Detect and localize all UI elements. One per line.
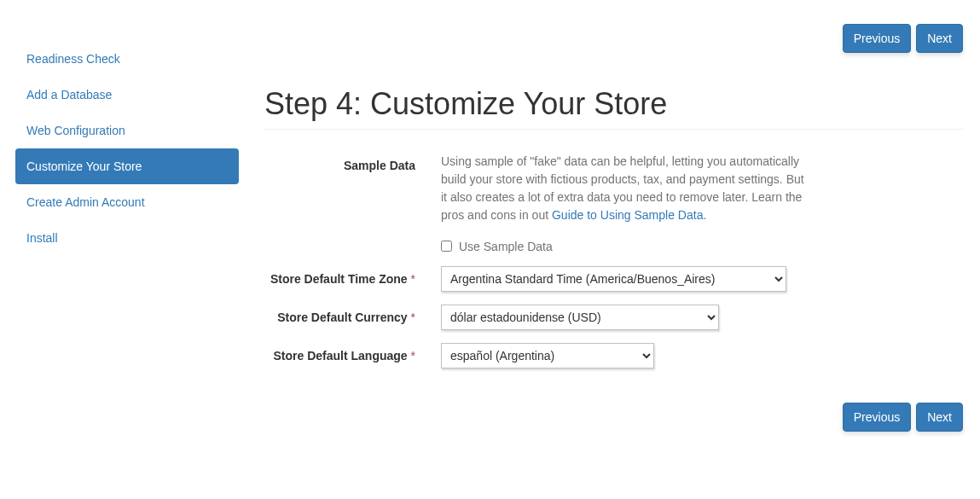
sidebar-item-customize-store[interactable]: Customize Your Store bbox=[15, 148, 239, 184]
timezone-row: Store Default Time Zone * Argentina Stan… bbox=[264, 266, 963, 292]
required-indicator: * bbox=[411, 272, 415, 286]
previous-button[interactable]: Previous bbox=[843, 24, 911, 53]
sidebar-item-web-configuration[interactable]: Web Configuration bbox=[15, 113, 239, 148]
page-title: Step 4: Customize Your Store bbox=[264, 87, 963, 130]
guide-link[interactable]: Guide to Using Sample Data bbox=[552, 208, 703, 222]
top-button-row: Previous Next bbox=[264, 24, 963, 53]
customize-form: Sample Data Using sample of "fake" data … bbox=[264, 137, 963, 368]
sidebar: Readiness Check Add a Database Web Confi… bbox=[0, 0, 239, 449]
next-button[interactable]: Next bbox=[916, 24, 963, 53]
language-label: Store Default Language * bbox=[264, 343, 428, 368]
required-indicator: * bbox=[411, 310, 415, 324]
previous-button-bottom[interactable]: Previous bbox=[843, 403, 911, 432]
currency-row: Store Default Currency * dólar estadouni… bbox=[264, 305, 963, 330]
bottom-button-row: Previous Next bbox=[264, 403, 963, 432]
sidebar-item-create-admin[interactable]: Create Admin Account bbox=[15, 184, 239, 220]
sample-data-row: Sample Data Using sample of "fake" data … bbox=[264, 153, 963, 253]
timezone-select[interactable]: Argentina Standard Time (America/Buenos_… bbox=[441, 266, 786, 292]
language-row: Store Default Language * español (Argent… bbox=[264, 343, 963, 368]
main-content: Previous Next Step 4: Customize Your Sto… bbox=[239, 0, 980, 449]
use-sample-data-label: Use Sample Data bbox=[459, 240, 553, 253]
timezone-label: Store Default Time Zone * bbox=[264, 266, 428, 292]
sample-data-label: Sample Data bbox=[264, 153, 428, 178]
sidebar-item-readiness-check[interactable]: Readiness Check bbox=[15, 41, 239, 77]
language-select[interactable]: español (Argentina) bbox=[441, 343, 654, 368]
sidebar-item-install[interactable]: Install bbox=[15, 220, 239, 256]
sidebar-item-add-database[interactable]: Add a Database bbox=[15, 77, 239, 113]
currency-label: Store Default Currency * bbox=[264, 305, 428, 330]
currency-select[interactable]: dólar estadounidense (USD) bbox=[441, 305, 719, 330]
next-button-bottom[interactable]: Next bbox=[916, 403, 963, 432]
sample-data-help-text: Using sample of "fake" data can be helpf… bbox=[441, 153, 808, 224]
use-sample-data-checkbox[interactable] bbox=[441, 241, 452, 252]
required-indicator: * bbox=[411, 349, 415, 363]
